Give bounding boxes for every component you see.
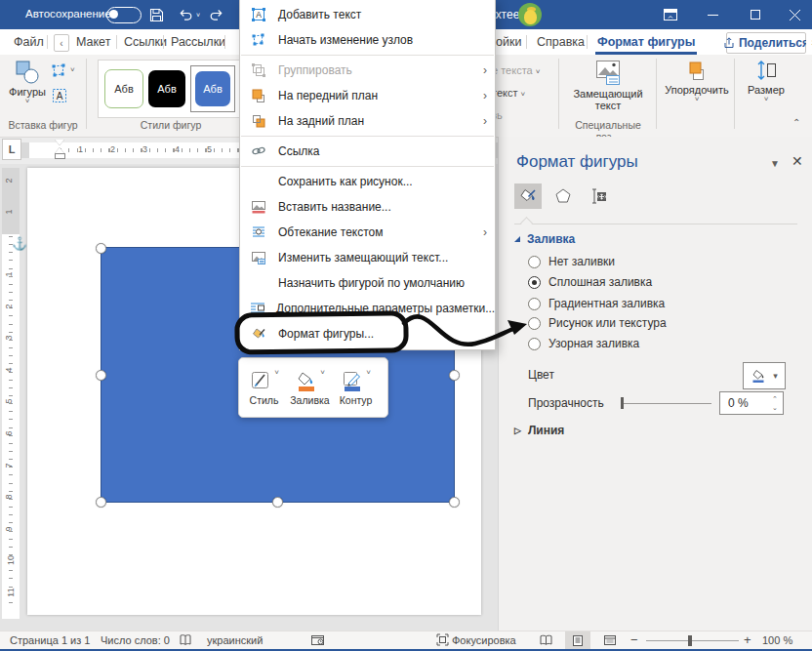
close-button[interactable] — [777, 0, 812, 29]
menu-item-send-to-back[interactable]: На задний план › — [240, 108, 495, 134]
radio-gradient-fill[interactable]: Градиентная заливка — [528, 297, 665, 310]
radio-pattern-fill[interactable]: Узорная заливка — [528, 337, 639, 350]
tab-scroll-left-icon[interactable]: ‹ — [54, 34, 69, 52]
spinner-down-icon[interactable]: ⌄ — [772, 404, 778, 411]
print-layout-icon[interactable] — [565, 631, 590, 649]
menu-item-edit-points[interactable]: Начать изменение узлов — [240, 27, 495, 53]
menu-item-more-layout-options[interactable]: Дополнительные параметры разметки... — [240, 296, 495, 321]
anchor-icon: ⚓ — [12, 236, 27, 251]
undo-chevron-icon[interactable]: ˅ — [193, 6, 203, 23]
mini-style-button[interactable]: ˅ Стиль — [241, 361, 287, 414]
avatar[interactable] — [518, 3, 542, 26]
mini-fill-button[interactable]: ˅ Заливка — [287, 361, 333, 414]
indent-markers[interactable] — [55, 140, 65, 161]
shape-handle-bottom-right[interactable] — [449, 497, 460, 508]
language-indicator[interactable]: украинский — [207, 634, 263, 646]
tab-addins-partial[interactable]: ойки — [494, 29, 523, 55]
edit-points-chevron-icon[interactable]: ˅ — [70, 66, 75, 74]
radio-label: Рисунок или текстура — [548, 316, 667, 330]
radio-no-fill[interactable]: Нет заливки — [528, 255, 615, 268]
focus-mode-label[interactable]: Фокусировка — [452, 634, 516, 646]
zoom-level[interactable]: 100 % — [762, 634, 792, 646]
zoom-slider-thumb[interactable] — [688, 635, 692, 646]
menu-item-format-shape[interactable]: Формат фигуры... — [240, 321, 495, 346]
menu-item-add-text[interactable]: А Добавить текст — [240, 2, 495, 27]
tab-shape-format[interactable]: Формат фигуры — [595, 29, 697, 55]
left-indent-marker[interactable] — [55, 153, 65, 159]
tab-references[interactable]: Ссылки — [122, 29, 169, 55]
arrange-button[interactable]: Упорядочить ˅ — [662, 59, 732, 103]
shape-handle-bottom-left[interactable] — [96, 497, 106, 508]
partial-align-text[interactable]: текст ˅ — [492, 87, 525, 99]
alt-text-button[interactable]: Замещающий текст — [564, 59, 652, 111]
hanging-indent-marker[interactable] — [55, 147, 64, 153]
share-button[interactable]: Поделиться — [726, 32, 806, 54]
radio-picture-texture-fill[interactable]: Рисунок или текстура — [528, 316, 667, 330]
read-mode-icon[interactable] — [533, 631, 558, 649]
web-layout-icon[interactable] — [597, 631, 623, 649]
proofing-icon[interactable] — [179, 633, 192, 647]
transparency-slider-track[interactable] — [622, 403, 711, 404]
chevron-down-icon: ˅ — [764, 96, 769, 103]
panel-tab-fill-line[interactable] — [514, 183, 542, 209]
fill-color-button[interactable]: ▾ — [743, 362, 786, 389]
shape-handle-middle-left[interactable] — [96, 370, 106, 381]
shape-handle-middle-right[interactable] — [449, 370, 460, 381]
redo-button[interactable] — [207, 6, 226, 23]
menu-item-link[interactable]: Ссылка — [240, 139, 495, 164]
menu-item-save-as-picture[interactable]: Сохранить как рисунок... — [240, 169, 495, 194]
transparency-spinner[interactable]: 0 % ⌃⌄ — [719, 391, 784, 415]
tab-file[interactable]: Файл — [12, 29, 46, 55]
shapes-button[interactable]: Фигуры ˅ — [6, 59, 49, 105]
menu-item-wrap-text[interactable]: Обтекание текстом › — [240, 220, 495, 245]
zoom-in-icon[interactable]: + — [744, 632, 751, 647]
undo-button[interactable] — [176, 6, 195, 23]
shape-style-2[interactable]: Абв — [148, 70, 185, 107]
ribbon-display-options-icon[interactable] — [654, 0, 687, 29]
word-count[interactable]: Число слов: 0 — [101, 634, 170, 646]
minimize-button[interactable] — [691, 0, 734, 29]
text-box-button[interactable]: А — [51, 88, 68, 103]
insert-shapes-group-label: Вставка фигур — [0, 119, 86, 131]
insert-caption-icon — [250, 199, 267, 215]
line-section-header[interactable]: ▷ Линия — [514, 424, 564, 437]
edit-points-button[interactable] — [51, 62, 68, 78]
panel-tab-layout-properties[interactable] — [585, 183, 612, 209]
status-tool-icon[interactable] — [310, 633, 325, 647]
expand-triangle-icon: ▷ — [514, 426, 521, 435]
tab-help[interactable]: Справка — [535, 29, 587, 55]
maximize-button[interactable] — [734, 0, 777, 29]
transparency-slider-thumb[interactable] — [621, 397, 624, 409]
partial-text-direction[interactable]: е текста ˅ — [492, 64, 540, 76]
shape-styles-gallery[interactable]: Абв Абв Абв — [98, 60, 252, 118]
menu-item-set-default-shape[interactable]: Назначить фигурой по умолчанию — [240, 270, 495, 296]
shape-handle-bottom-middle[interactable] — [272, 497, 283, 508]
panel-options-chevron-icon[interactable]: ▼ — [770, 158, 780, 169]
mini-outline-button[interactable]: ˅ Контур — [333, 361, 379, 414]
zoom-out-icon[interactable]: − — [630, 632, 638, 647]
menu-item-group[interactable]: Группировать › — [240, 58, 495, 83]
first-line-indent-marker[interactable] — [55, 140, 64, 145]
shape-style-3-selected[interactable]: Абв — [190, 65, 235, 112]
focus-icon[interactable] — [436, 633, 449, 646]
menu-item-bring-to-front[interactable]: На передний план › — [240, 83, 495, 108]
panel-close-icon[interactable]: ✕ — [792, 153, 803, 169]
save-button[interactable] — [146, 6, 166, 23]
tab-stop-selector[interactable]: L — [2, 139, 21, 160]
zoom-slider-track[interactable] — [646, 640, 739, 641]
fill-section-header[interactable]: Заливка — [514, 232, 575, 246]
tab-mailings[interactable]: Рассылки — [169, 29, 227, 55]
panel-tab-effects[interactable] — [549, 183, 577, 209]
shape-style-1[interactable]: Абв — [104, 69, 143, 108]
spinner-up-icon[interactable]: ⌃ — [772, 395, 778, 402]
autosave-toggle[interactable] — [106, 7, 142, 23]
tab-layout[interactable]: Макет — [74, 29, 112, 55]
shape-handle-top-left[interactable] — [96, 243, 106, 254]
menu-item-insert-caption[interactable]: Вставить название... — [240, 194, 495, 220]
collapse-ribbon-icon[interactable]: ⌃ — [792, 117, 800, 128]
page-indicator[interactable]: Страница 1 из 1 — [10, 634, 90, 646]
size-button[interactable]: Размер ˅ — [738, 59, 794, 103]
menu-item-edit-alt-text[interactable]: Изменить замещающий текст... — [240, 245, 495, 270]
tab-scroll-right-icon[interactable]: › — [806, 34, 812, 50]
radio-solid-fill[interactable]: Сплошная заливка — [528, 275, 652, 289]
